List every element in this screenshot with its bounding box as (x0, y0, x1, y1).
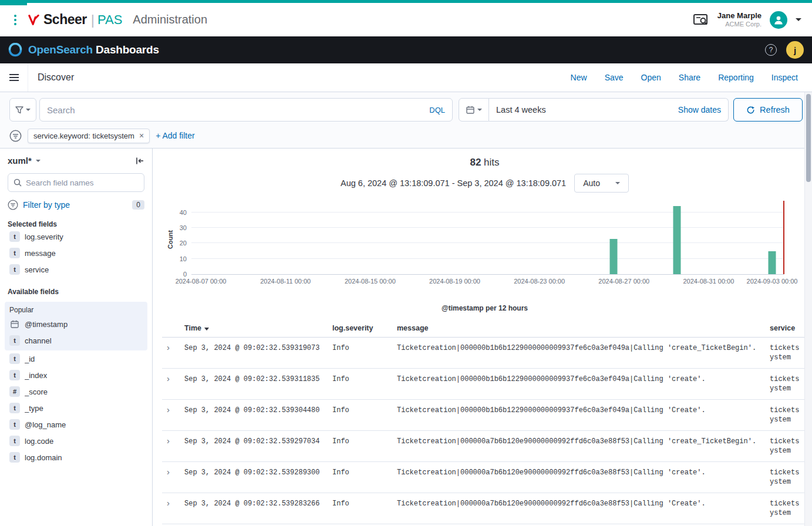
current-time-marker (783, 201, 784, 274)
discover-nav-bar: Discover New Save Open Share Reporting I… (0, 63, 812, 92)
histogram-bar[interactable] (673, 206, 680, 274)
nav-action-share[interactable]: Share (679, 73, 700, 82)
field-item-service[interactable]: t service (8, 261, 144, 278)
field-item-type[interactable]: t _type (8, 400, 144, 416)
field-item-timestamp[interactable]: @timestamp (8, 316, 144, 332)
message-column-header: message (392, 321, 765, 338)
cell-service: ticketsystem (765, 431, 807, 462)
search-input[interactable]: Search DQL (39, 98, 453, 122)
y-axis-tick-label: 0 (183, 271, 187, 278)
kebab-menu-icon[interactable] (11, 12, 20, 28)
documents-table: Time log.severity message service › Sep … (162, 321, 807, 524)
scheer-pas-logo[interactable]: Scheer | PAS (28, 12, 122, 28)
osd-user-avatar[interactable]: j (786, 41, 804, 59)
brand-name: Scheer (43, 12, 87, 28)
expand-row-icon[interactable]: › (167, 468, 170, 476)
cell-service: ticketsystem (765, 400, 807, 431)
brand-suffix: PAS (97, 12, 122, 28)
show-dates-link[interactable]: Show dates (678, 105, 721, 114)
nav-action-inspect[interactable]: Inspect (771, 73, 798, 82)
field-item-log-code[interactable]: t log.code (8, 433, 144, 449)
query-language-button[interactable]: DQL (429, 106, 445, 114)
field-item-log-severity[interactable]: t log.severity (8, 228, 144, 245)
filter-menu-icon[interactable] (9, 130, 22, 142)
refresh-button[interactable]: Refresh (733, 98, 803, 122)
x-axis-label: @timestamp per 12 hours (162, 304, 807, 312)
query-section: Search DQL Last 4 weeks Show dates Refre… (0, 92, 812, 149)
filter-pill[interactable]: service.keyword: ticketsystem × (28, 129, 150, 143)
x-axis-tick-label: 2024-09-03 00:00 (747, 278, 798, 285)
date-quick-select-button[interactable] (459, 98, 489, 122)
interval-select[interactable]: Auto (574, 174, 629, 193)
nav-action-save[interactable]: Save (605, 73, 624, 82)
cell-message: Ticketcreation|000000a7b6b120e9000000099… (392, 431, 765, 462)
popular-title: Popular (8, 305, 144, 316)
field-name: message (25, 249, 56, 258)
cell-service: ticketsystem (765, 462, 807, 493)
x-axis-tick-label: 2024-08-27 00:00 (598, 278, 649, 285)
interval-caret-icon (615, 182, 620, 184)
expand-row-icon[interactable]: › (167, 499, 170, 507)
cell-time: Sep 3, 2024 @ 09:02:32.539283266 (180, 493, 328, 524)
histogram-bar[interactable] (609, 239, 617, 275)
field-search-placeholder: Search field names (26, 178, 94, 187)
interval-value: Auto (583, 178, 600, 188)
index-pattern-selector[interactable]: xuml* (8, 156, 32, 166)
gridline (191, 242, 784, 243)
x-axis-tick-label: 2024-08-19 00:00 (429, 278, 480, 285)
user-menu-caret-icon[interactable] (796, 18, 801, 21)
expand-row-icon[interactable]: › (167, 343, 170, 352)
filter-pill-close-icon[interactable]: × (139, 132, 144, 140)
field-type-badge: t (9, 452, 20, 463)
expand-column-header (162, 321, 180, 338)
histogram-plot[interactable]: 0102030402024-08-07 00:002024-08-11 00:0… (191, 203, 784, 275)
add-filter-link[interactable]: + Add filter (156, 131, 195, 140)
filter-by-type-button[interactable]: Filter by type 0 (8, 200, 144, 210)
y-axis-tick-label: 40 (180, 209, 187, 216)
index-pattern-caret-icon (36, 160, 41, 162)
top-accent-line (0, 0, 812, 3)
user-avatar[interactable] (770, 11, 787, 29)
help-icon[interactable]: ? (765, 44, 777, 56)
table-row: › Sep 3, 2024 @ 09:02:32.539283266 Info … (162, 493, 807, 524)
nav-action-new[interactable]: New (571, 73, 587, 82)
gridline (191, 258, 784, 259)
date-range-button[interactable]: Last 4 weeks Show dates (489, 98, 729, 122)
nav-actions: New Save Open Share Reporting Inspect (571, 73, 812, 82)
cell-message: Ticketcreation|000000b1b6b12290000000099… (392, 338, 765, 369)
field-type-badge: t (9, 419, 20, 430)
filter-pill-label: service.keyword: ticketsystem (33, 132, 134, 140)
field-item-score[interactable]: # _score (8, 383, 144, 400)
sort-desc-icon[interactable] (204, 328, 209, 331)
log-search-icon[interactable] (693, 13, 709, 27)
time-column-header[interactable]: Time (180, 321, 328, 338)
histogram-bar[interactable] (769, 251, 776, 274)
field-search-input[interactable]: Search field names (8, 173, 144, 192)
field-item-id[interactable]: t _id (8, 350, 144, 367)
field-name: channel (25, 336, 52, 345)
hamburger-menu-icon[interactable] (0, 63, 28, 92)
field-item-log-name[interactable]: t @log_name (8, 416, 144, 433)
scrollbar-thumb[interactable] (806, 94, 811, 182)
opensearch-wordmark: OpenSearch (28, 43, 93, 56)
field-name: service (25, 265, 49, 274)
time-range-summary: Aug 6, 2024 @ 13:18:09.071 - Sep 3, 2024… (341, 178, 566, 188)
scheer-logo-icon (28, 14, 40, 26)
expand-row-icon[interactable]: › (167, 375, 170, 383)
table-header-row: Time log.severity message service (162, 321, 807, 338)
nav-action-open[interactable]: Open (641, 73, 661, 82)
field-item-log-domain[interactable]: t log.domain (8, 449, 144, 466)
field-item-message[interactable]: t message (8, 245, 144, 261)
saved-query-button[interactable] (9, 98, 36, 122)
collapse-sidebar-icon[interactable] (135, 156, 144, 166)
field-item-channel[interactable]: t channel (8, 332, 144, 349)
hits-label: hits (481, 157, 499, 168)
user-name: Jane Marple (717, 11, 762, 21)
field-item-index[interactable]: t _index (8, 367, 144, 383)
field-type-badge: t (9, 335, 20, 346)
expand-row-icon[interactable]: › (167, 437, 170, 445)
x-axis-tick-label: 2024-08-15 00:00 (345, 278, 396, 285)
nav-action-reporting[interactable]: Reporting (718, 73, 754, 82)
expand-row-icon[interactable]: › (167, 406, 170, 414)
field-name: log.domain (25, 453, 62, 462)
